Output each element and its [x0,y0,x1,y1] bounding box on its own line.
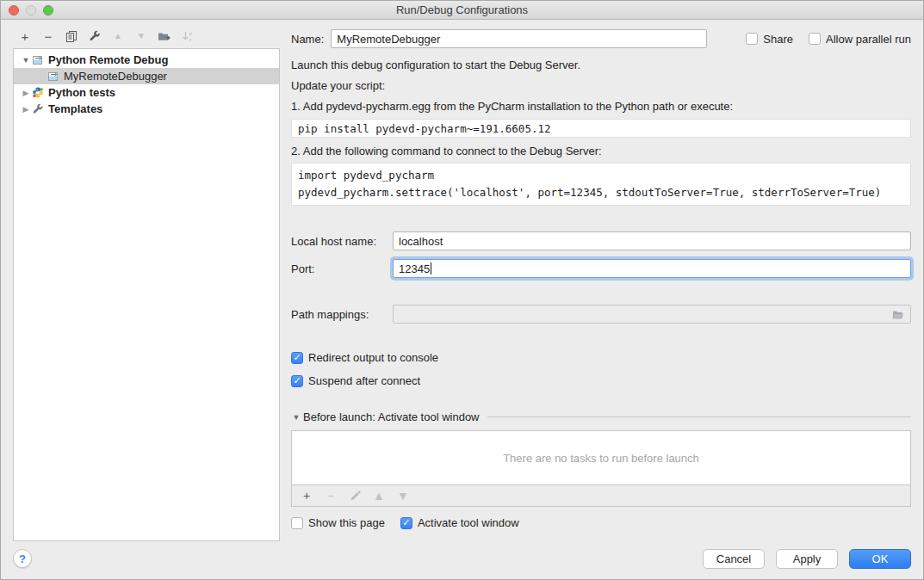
help-button[interactable]: ? [13,549,32,568]
add-configuration-icon[interactable]: + [18,29,32,43]
before-launch-task-list[interactable]: There are no tasks to run before launch [291,430,911,485]
step1-text: 1. Add pydevd-pycharm.egg from the PyCha… [291,100,911,114]
move-down-icon: ▼ [134,29,148,43]
show-this-page-checkbox[interactable] [291,517,303,529]
redirect-output-checkbox[interactable]: ✓ [291,352,303,364]
share-label: Share [763,33,793,46]
text-caret [431,262,431,275]
suspend-after-connect-checkbox[interactable]: ✓ [291,375,303,387]
tree-item-python-remote-debug[interactable]: ▼ Python Remote Debug [14,52,279,68]
move-up-icon: ▲ [111,29,125,43]
activate-tool-window-checkbox[interactable]: ✓ [400,517,412,529]
close-window-button[interactable] [9,5,19,15]
code-line-2: pydevd_pycharm.settrace('localhost', por… [298,184,904,201]
new-folder-icon[interactable] [158,29,171,43]
ok-button[interactable]: OK [849,549,911,569]
chevron-down-icon[interactable]: ▼ [291,413,301,422]
path-mappings-label: Path mappings: [291,308,393,321]
chevron-right-icon[interactable]: ▶ [20,89,32,97]
tree-item-label: Python tests [48,86,115,99]
edit-task-icon [348,489,362,503]
move-task-down-icon: ▼ [396,489,410,503]
configuration-editor: Name: MyRemoteDebugger Share Allow paral… [280,20,923,541]
chevron-right-icon[interactable]: ▶ [20,105,32,114]
chevron-down-icon[interactable]: ▼ [20,56,32,65]
run-config-icon [32,54,45,65]
configurations-sidebar: + − ▲ ▼ az ▼ [13,20,280,541]
remove-configuration-icon[interactable]: − [41,29,55,43]
allow-parallel-run-checkbox[interactable] [809,33,821,45]
tree-item-label: Python Remote Debug [48,53,168,66]
run-debug-configurations-dialog: Run/Debug Configurations + − ▲ ▼ az [0,0,924,580]
help-icon: ? [19,552,26,565]
move-task-up-icon: ▲ [372,489,386,503]
add-task-icon[interactable]: + [300,489,313,503]
dialog-footer: ? Cancel Apply OK [1,541,923,579]
name-label: Name: [291,33,324,46]
pip-command-code[interactable]: pip install pydevd-pycharm~=191.6605.12 [291,119,911,138]
settrace-code-block[interactable]: import pydevd_pycharm pydevd_pycharm.set… [291,163,911,206]
browse-folder-icon[interactable] [891,309,905,320]
python-tests-icon [32,87,45,98]
show-this-page-label: Show this page [308,516,385,529]
name-input[interactable]: MyRemoteDebugger [331,29,707,48]
port-label: Port: [291,262,393,275]
local-host-name-input[interactable]: localhost [393,231,911,250]
wrench-icon [32,103,45,114]
before-launch-empty-text: There are no tasks to run before launch [503,452,699,465]
tree-item-label: MyRemoteDebugger [64,70,167,83]
tree-item-python-tests[interactable]: ▶ Python tests [14,84,279,101]
section-divider [487,416,911,417]
remove-task-icon: − [324,489,338,503]
code-line-1: import pydevd_pycharm [298,167,904,184]
path-mappings-input[interactable] [393,305,911,324]
redirect-output-label: Redirect output to console [308,351,438,364]
apply-button[interactable]: Apply [776,549,838,569]
before-launch-toolbar: + − ▲ ▼ [291,485,911,507]
activate-tool-window-label: Activate tool window [418,516,519,529]
svg-text:z: z [189,37,192,42]
window-title: Run/Debug Configurations [1,3,923,16]
local-host-name-label: Local host name: [291,235,393,248]
cancel-button[interactable]: Cancel [703,549,765,569]
zoom-window-button[interactable] [43,5,53,15]
share-checkbox[interactable] [746,33,758,45]
tree-item-templates[interactable]: ▶ Templates [14,101,279,117]
sort-alphabetically-icon: az [181,29,195,43]
configurations-tree: ▼ Python Remote Debug MyRemoteDebugger ▶ [13,48,280,541]
traffic-lights [9,5,53,15]
edit-templates-icon[interactable] [88,29,102,43]
step2-text: 2. Add the following command to connect … [291,145,911,158]
title-bar: Run/Debug Configurations [1,1,923,20]
svg-text:a: a [189,31,193,36]
allow-parallel-run-label: Allow parallel run [826,33,911,46]
run-config-icon [47,71,60,82]
suspend-after-connect-label: Suspend after connect [308,374,420,387]
tree-item-myremotedebugger[interactable]: MyRemoteDebugger [14,68,279,84]
copy-configuration-icon[interactable] [65,29,78,43]
tree-item-label: Templates [48,102,102,115]
port-input[interactable]: 12345 [393,259,911,278]
intro-text: Launch this debug configuration to start… [291,59,911,72]
minimize-window-button [26,5,36,15]
before-launch-section-header[interactable]: ▼ Before launch: Activate tool window [291,410,911,423]
sidebar-toolbar: + − ▲ ▼ az [13,26,280,46]
update-script-text: Update your script: [291,79,911,93]
before-launch-title: Before launch: Activate tool window [303,410,480,423]
